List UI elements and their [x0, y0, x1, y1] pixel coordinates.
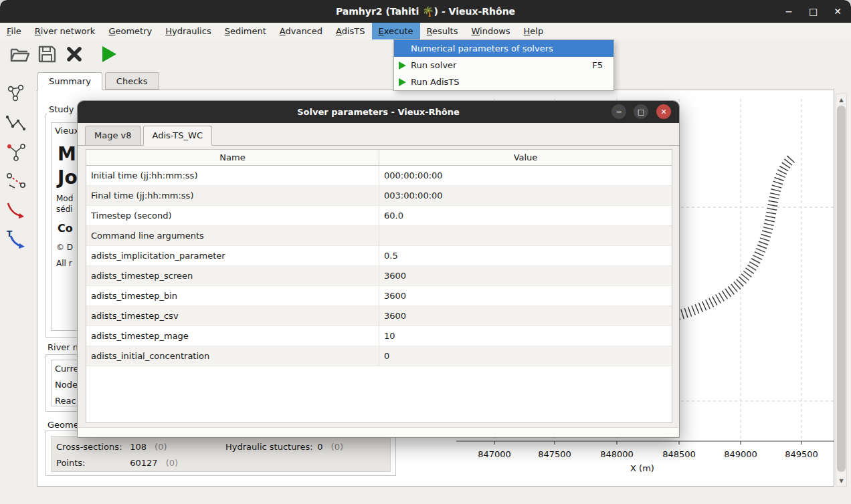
save-icon — [36, 43, 58, 65]
minimize-icon[interactable]: − — [785, 6, 793, 17]
close-icon[interactable]: ✕ — [834, 6, 842, 17]
study-heading-line2: Jo — [58, 166, 78, 188]
scroll-down-icon[interactable]: ▼ — [836, 475, 846, 486]
structures-extra: (0) — [331, 442, 343, 452]
column-header-value[interactable]: Value — [379, 150, 672, 165]
menu-advanced[interactable]: Advanced — [273, 23, 329, 39]
close-study-button[interactable] — [63, 43, 86, 66]
param-name-cell[interactable]: adists_timestep_csv — [86, 306, 379, 326]
param-name-cell[interactable]: Final time (jj:hh:mm:ss) — [86, 186, 379, 205]
run-solver-button[interactable] — [97, 43, 120, 66]
study-subheading: Co — [58, 222, 73, 235]
river-stat-nodes: Node — [55, 380, 78, 390]
table-header-row: Name Value — [86, 150, 672, 166]
menu-file[interactable]: File — [0, 23, 28, 39]
table-row: adists_implicitation_parameter 0.5 — [86, 246, 672, 266]
window-title: Pamhyr2 (Tahiti 🌴) - Vieux-Rhône — [336, 6, 515, 17]
geometry-group-title: Geome — [45, 420, 81, 430]
dialog-bottom-strip — [78, 427, 678, 436]
param-value-cell[interactable]: 0 — [379, 346, 672, 366]
param-value-cell[interactable] — [379, 226, 672, 245]
tab-summary[interactable]: Summary — [37, 72, 102, 90]
menu-item-label: Numerical parameters of solvers — [411, 43, 553, 53]
river-cross-sections-path — [667, 158, 791, 318]
menu-sediment[interactable]: Sediment — [218, 23, 273, 39]
param-value-cell[interactable]: 3600 — [379, 266, 672, 285]
points-label: Points: — [56, 458, 127, 468]
parameters-table: Name Value Initial time (jj:hh:mm:ss) 00… — [86, 149, 672, 423]
river-stat-current: Curre — [55, 364, 79, 374]
param-value-cell[interactable]: 000:00:00:00 — [379, 166, 672, 185]
menu-item-label: Run solver — [411, 60, 456, 70]
param-name-cell[interactable]: adists_timestep_bin — [86, 286, 379, 305]
dialog-close-icon[interactable]: ✕ — [656, 104, 671, 119]
menu-windows[interactable]: Windows — [465, 23, 517, 39]
menu-geometry[interactable]: Geometry — [102, 23, 159, 39]
nodes-point-icon[interactable] — [5, 141, 27, 162]
window-titlebar[interactable]: Pamhyr2 (Tahiti 🌴) - Vieux-Rhône − □ ✕ — [0, 0, 851, 23]
open-folder-button[interactable] — [8, 43, 31, 66]
execute-menu-dropdown: Numerical parameters of solvers Run solv… — [393, 39, 614, 91]
param-name-cell[interactable]: adists_timestep_mage — [86, 326, 379, 346]
river-network-icon[interactable] — [5, 83, 27, 104]
x-tick: 849500 — [785, 449, 818, 459]
reach-dashed-icon[interactable] — [5, 170, 27, 191]
param-value-cell[interactable]: 3600 — [379, 306, 672, 326]
scroll-up-icon[interactable]: ▲ — [836, 94, 846, 105]
param-value-cell[interactable]: 3600 — [379, 286, 672, 305]
x-tick: 849000 — [724, 449, 757, 459]
menu-results[interactable]: Results — [420, 23, 465, 39]
menu-execute[interactable]: Execute — [372, 23, 420, 39]
tab-mage-v8[interactable]: Mage v8 — [85, 126, 141, 146]
geometry-profile-icon[interactable] — [5, 112, 27, 134]
solver-tabs: Mage v8 Adis-TS_WC — [85, 126, 212, 146]
points-stat: Points: 60127 (0) — [56, 458, 178, 468]
dialog-minimize-icon[interactable]: − — [611, 104, 626, 119]
menu-river-network[interactable]: River network — [28, 23, 102, 39]
window-controls: − □ ✕ — [785, 0, 842, 23]
dialog-titlebar[interactable]: Solver parameters - Vieux-Rhône − □ ✕ — [78, 101, 679, 123]
table-row: adists_timestep_screen 3600 — [86, 266, 672, 286]
menu-item-numerical-parameters[interactable]: Numerical parameters of solvers — [394, 40, 613, 57]
param-name-cell[interactable]: Initial time (jj:hh:mm:ss) — [86, 166, 379, 185]
x-tick: 847000 — [478, 449, 511, 459]
param-name-cell[interactable]: adists_timestep_screen — [86, 266, 379, 285]
menu-item-shortcut: F5 — [592, 60, 603, 70]
sediment-curve-red-icon[interactable] — [5, 199, 27, 221]
maximize-icon[interactable]: □ — [809, 6, 818, 17]
dialog-maximize-icon[interactable]: □ — [634, 104, 648, 119]
table-row: Command line arguments — [86, 226, 672, 246]
menu-item-run-adists[interactable]: Run AdisTS — [394, 74, 613, 90]
left-toolbar: T — [0, 69, 35, 504]
menu-hydraulics[interactable]: Hydraulics — [159, 23, 217, 39]
x-tick: 848500 — [662, 449, 696, 459]
structures-label: Hydraulic stuctures: — [225, 442, 314, 452]
river-network-group-title: River n — [45, 342, 80, 352]
column-header-name[interactable]: Name — [86, 150, 379, 165]
points-value: 60127 — [130, 458, 157, 468]
vertical-scrollbar[interactable]: ▲ ▼ — [836, 94, 847, 487]
menu-adists[interactable]: AdisTS — [329, 23, 372, 39]
param-name-cell[interactable]: adists_initial_concentration — [86, 346, 379, 366]
tab-checks[interactable]: Checks — [105, 72, 159, 90]
river-stat-reaches: Reac — [55, 396, 76, 406]
menu-item-run-solver[interactable]: Run solver F5 — [394, 57, 613, 74]
rights-text: All r — [56, 259, 72, 268]
structures-stat: Hydraulic stuctures: 0 (0) — [225, 442, 343, 452]
param-value-cell[interactable]: 10 — [379, 326, 672, 346]
adists-temperature-icon[interactable]: T — [5, 228, 27, 249]
param-name-cell[interactable]: adists_implicitation_parameter — [86, 246, 379, 265]
cross-sections-label: Cross-sections: — [56, 442, 127, 452]
scrollbar-thumb[interactable] — [837, 106, 846, 472]
param-name-cell[interactable]: Command line arguments — [86, 226, 379, 245]
table-row: adists_timestep_bin 3600 — [86, 286, 672, 306]
param-value-cell[interactable]: 0.5 — [379, 246, 672, 265]
param-value-cell[interactable]: 003:00:00:00 — [379, 186, 672, 205]
cross-sections-value: 108 — [130, 442, 147, 452]
save-button[interactable] — [35, 43, 58, 66]
param-name-cell[interactable]: Timestep (second) — [86, 206, 379, 225]
param-value-cell[interactable]: 60.0 — [379, 206, 672, 225]
menu-help[interactable]: Help — [517, 23, 551, 39]
tab-adis-ts-wc[interactable]: Adis-TS_WC — [143, 126, 212, 146]
table-body: Initial time (jj:hh:mm:ss) 000:00:00:00 … — [86, 166, 672, 366]
